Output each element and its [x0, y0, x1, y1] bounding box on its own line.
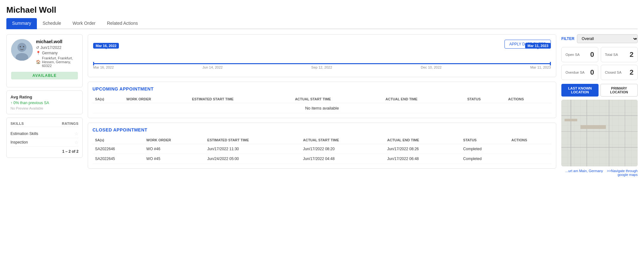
map-image [561, 100, 638, 166]
profile-country: 📍 Germany [36, 51, 78, 55]
ratings-col-header: RATINGS [62, 122, 79, 125]
wo-cell: WO #45 [144, 154, 205, 164]
col-act-start: ACTUAL START TIME [292, 95, 383, 103]
overdue-sa-label: Overdue SA [565, 70, 585, 74]
tab-summary[interactable]: Summary [6, 18, 37, 29]
col-sa: SA(s) [92, 95, 124, 103]
closed-appointment-section: CLOSED APPOINTMENT SA(s) WORK ORDER ESTI… [88, 123, 556, 169]
act-end-cell: Jun/17/2022 08:26 [385, 144, 461, 154]
svg-rect-6 [561, 100, 638, 166]
svg-rect-14 [580, 125, 606, 129]
stat-overdue-sa: Overdue SA 0 [561, 65, 598, 80]
skills-col-header: SKILLS [10, 122, 24, 125]
timeline-labels: Mar 16, 2022 Jun 14, 2022 Sep 12, 2022 D… [93, 65, 551, 69]
svg-point-4 [23, 46, 24, 47]
open-sa-value: 0 [590, 50, 594, 59]
closed-table: SA(s) WORK ORDER ESTIMATED START TIME AC… [92, 136, 552, 164]
primary-location-button[interactable]: PRIMARY LOCATION [600, 84, 638, 97]
svg-rect-15 [565, 119, 577, 121]
skill-row: Inspection ☆ [10, 138, 79, 147]
stat-closed-sa: Closed SA 2 [601, 65, 638, 80]
location-icon: 📍 [36, 51, 41, 55]
svg-point-3 [20, 46, 21, 47]
timeline-tick: Jun 14, 2022 [202, 65, 223, 69]
col-wo: WORK ORDER [144, 136, 205, 144]
timeline-section: APPLY DATE FILTER Mar 16, 2022 Mar 11, 2… [88, 34, 556, 77]
rating-pct: ↑ 0% than previous SA [10, 101, 79, 105]
profile-info: michael.woll ↺ Jun/17/2022 📍 Germany 🏠 F… [36, 39, 78, 69]
timeline-tick: Mar 16, 2022 [93, 65, 114, 69]
profile-username: michael.woll [36, 39, 78, 44]
timeline-start-marker: Mar 16, 2022 [93, 43, 119, 49]
timeline-tick: Mar 11, 2023 [530, 65, 551, 69]
no-preview-text: No Preview Available [10, 106, 79, 110]
stats-grid: Open SA 0 Total SA 2 Overdue SA 0 [561, 47, 638, 80]
filter-select[interactable]: Overall Last 30 days Last 90 days Custom [577, 34, 638, 43]
est-start-cell: Jun/24/2022 05:00 [205, 154, 300, 164]
filter-label: FILTER [561, 37, 574, 41]
col-actions: ACTIONS [509, 136, 552, 144]
col-sa: SA(s) [92, 136, 144, 144]
star-icon: ☆ [74, 140, 79, 145]
stat-total-sa: Total SA 2 [601, 47, 638, 62]
skills-card: SKILLS RATINGS Estimation Skills ☆ Inspe… [6, 117, 83, 158]
closed-title: CLOSED APPOINTMENT [92, 127, 552, 132]
wo-cell: WO #46 [144, 144, 205, 154]
skills-header: SKILLS RATINGS [10, 122, 79, 127]
col-est-start: ESTIMATED START TIME [205, 136, 300, 144]
total-sa-value: 2 [630, 50, 634, 59]
profile-joined: ↺ Jun/17/2022 [36, 45, 78, 50]
table-row: SA2022646 WO #46 Jun/17/2022 11:30 Jun/1… [92, 144, 552, 154]
up-arrow-icon: ↑ [10, 101, 12, 105]
tab-schedule[interactable]: Schedule [37, 18, 67, 29]
timeline-tick: Sep 12, 2022 [311, 65, 332, 69]
rating-title: Avg Rating [10, 95, 79, 99]
act-end-cell: Jun/17/2022 06:48 [385, 154, 461, 164]
tab-related-actions[interactable]: Related Actions [101, 18, 143, 29]
filter-row: FILTER Overall Last 30 days Last 90 days… [561, 34, 638, 43]
col-status: STATUS [465, 95, 506, 103]
profile-address: 🏠 Frankfurt, Frankfurt, Hessen, Germany,… [36, 56, 78, 68]
act-start-cell: Jun/17/2022 08:20 [300, 144, 385, 154]
timeline-bar [93, 63, 551, 64]
status-cell: Completed [461, 154, 509, 164]
table-row: SA2022645 WO #45 Jun/24/2022 05:00 Jun/1… [92, 154, 552, 164]
center-panel: APPLY DATE FILTER Mar 16, 2022 Mar 11, 2… [88, 34, 556, 177]
col-wo: WORK ORDER [124, 95, 189, 103]
timeline-end-marker: Mar 11, 2023 [525, 43, 551, 49]
closed-sa-value: 2 [630, 68, 634, 77]
history-icon: ↺ [36, 45, 39, 50]
no-items-text: No items available [92, 103, 552, 113]
navigate-google-maps-link[interactable]: >>Navigate through google maps [607, 169, 638, 177]
col-status: STATUS [461, 136, 509, 144]
last-known-location-button[interactable]: LAST KNOWN LOCATION [561, 84, 599, 97]
est-start-cell: Jun/17/2022 11:30 [205, 144, 300, 154]
overdue-sa-value: 0 [590, 68, 594, 77]
location-text-link[interactable]: ...urt am Main, Germany [565, 169, 603, 173]
actions-cell [509, 144, 552, 154]
col-actions: ACTIONS [506, 95, 552, 103]
upcoming-appointment-section: UPCOMING APPOINTMENT SA(s) WORK ORDER ES… [88, 82, 556, 118]
avatar-image [11, 39, 33, 61]
map-links: ...urt am Main, Germany >>Navigate throu… [561, 169, 638, 177]
sa-cell: SA2022645 [92, 154, 144, 164]
page-title: Michael Woll [6, 5, 638, 15]
upcoming-title: UPCOMING APPOINTMENT [92, 86, 552, 91]
skill-name: Estimation Skills [10, 131, 38, 136]
upcoming-table: SA(s) WORK ORDER ESTIMATED START TIME AC… [92, 95, 552, 113]
skills-pagination: 1 – 2 of 2 [10, 149, 79, 154]
tab-work-order[interactable]: Work Order [67, 18, 101, 29]
svg-point-1 [17, 43, 26, 52]
tab-bar: Summary Schedule Work Order Related Acti… [6, 18, 638, 29]
col-act-start: ACTUAL START TIME [300, 136, 385, 144]
status-cell: Completed [461, 144, 509, 154]
open-sa-label: Open SA [565, 53, 580, 57]
col-act-end: ACTUAL END TIME [383, 95, 465, 103]
act-start-cell: Jun/17/2022 04:48 [300, 154, 385, 164]
profile-card: michael.woll ↺ Jun/17/2022 📍 Germany 🏠 F… [6, 34, 83, 87]
availability-badge: AVAILABLE [11, 72, 78, 79]
col-est-start: ESTIMATED START TIME [189, 95, 292, 103]
timeline-tick: Dec 10, 2022 [421, 65, 442, 69]
skill-name: Inspection [10, 140, 28, 144]
star-icon: ☆ [74, 131, 79, 136]
